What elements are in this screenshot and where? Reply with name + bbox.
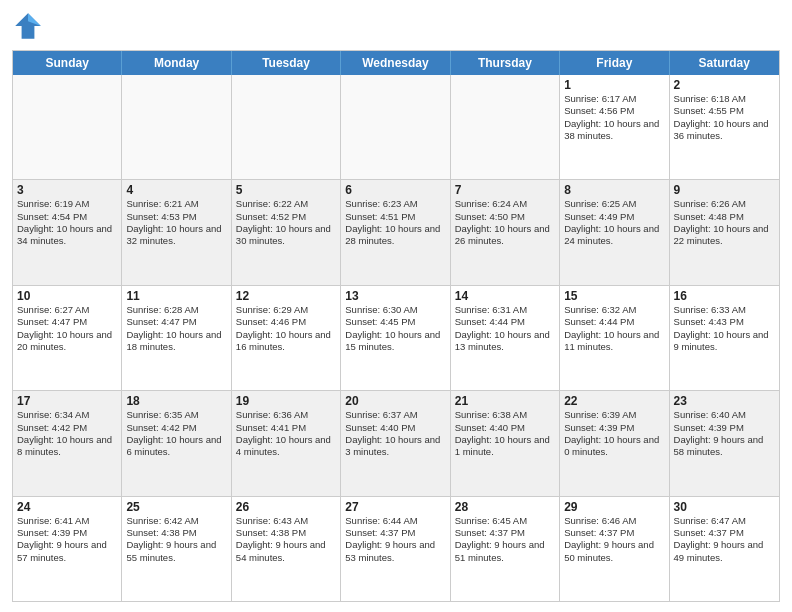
table-row: [13, 75, 122, 179]
week-row-1: 1Sunrise: 6:17 AM Sunset: 4:56 PM Daylig…: [13, 75, 779, 179]
table-row: 30Sunrise: 6:47 AM Sunset: 4:37 PM Dayli…: [670, 497, 779, 601]
day-info: Sunrise: 6:17 AM Sunset: 4:56 PM Dayligh…: [564, 93, 664, 142]
day-number: 28: [455, 500, 555, 514]
day-number: 19: [236, 394, 336, 408]
logo: [12, 10, 48, 42]
table-row: 11Sunrise: 6:28 AM Sunset: 4:47 PM Dayli…: [122, 286, 231, 390]
table-row: 14Sunrise: 6:31 AM Sunset: 4:44 PM Dayli…: [451, 286, 560, 390]
header-day-sunday: Sunday: [13, 51, 122, 75]
day-number: 13: [345, 289, 445, 303]
day-info: Sunrise: 6:40 AM Sunset: 4:39 PM Dayligh…: [674, 409, 775, 458]
day-info: Sunrise: 6:24 AM Sunset: 4:50 PM Dayligh…: [455, 198, 555, 247]
day-info: Sunrise: 6:46 AM Sunset: 4:37 PM Dayligh…: [564, 515, 664, 564]
table-row: 3Sunrise: 6:19 AM Sunset: 4:54 PM Daylig…: [13, 180, 122, 284]
day-number: 26: [236, 500, 336, 514]
table-row: 28Sunrise: 6:45 AM Sunset: 4:37 PM Dayli…: [451, 497, 560, 601]
header: [12, 10, 780, 42]
day-number: 2: [674, 78, 775, 92]
day-info: Sunrise: 6:42 AM Sunset: 4:38 PM Dayligh…: [126, 515, 226, 564]
logo-icon: [12, 10, 44, 42]
table-row: 12Sunrise: 6:29 AM Sunset: 4:46 PM Dayli…: [232, 286, 341, 390]
table-row: [232, 75, 341, 179]
table-row: 25Sunrise: 6:42 AM Sunset: 4:38 PM Dayli…: [122, 497, 231, 601]
day-info: Sunrise: 6:26 AM Sunset: 4:48 PM Dayligh…: [674, 198, 775, 247]
day-info: Sunrise: 6:38 AM Sunset: 4:40 PM Dayligh…: [455, 409, 555, 458]
day-number: 6: [345, 183, 445, 197]
day-info: Sunrise: 6:33 AM Sunset: 4:43 PM Dayligh…: [674, 304, 775, 353]
day-info: Sunrise: 6:45 AM Sunset: 4:37 PM Dayligh…: [455, 515, 555, 564]
table-row: 13Sunrise: 6:30 AM Sunset: 4:45 PM Dayli…: [341, 286, 450, 390]
day-info: Sunrise: 6:47 AM Sunset: 4:37 PM Dayligh…: [674, 515, 775, 564]
day-info: Sunrise: 6:37 AM Sunset: 4:40 PM Dayligh…: [345, 409, 445, 458]
table-row: [122, 75, 231, 179]
day-number: 16: [674, 289, 775, 303]
header-day-monday: Monday: [122, 51, 231, 75]
week-row-4: 17Sunrise: 6:34 AM Sunset: 4:42 PM Dayli…: [13, 390, 779, 495]
table-row: 24Sunrise: 6:41 AM Sunset: 4:39 PM Dayli…: [13, 497, 122, 601]
day-info: Sunrise: 6:22 AM Sunset: 4:52 PM Dayligh…: [236, 198, 336, 247]
day-number: 12: [236, 289, 336, 303]
day-info: Sunrise: 6:27 AM Sunset: 4:47 PM Dayligh…: [17, 304, 117, 353]
day-info: Sunrise: 6:43 AM Sunset: 4:38 PM Dayligh…: [236, 515, 336, 564]
header-day-friday: Friday: [560, 51, 669, 75]
day-number: 22: [564, 394, 664, 408]
header-day-thursday: Thursday: [451, 51, 560, 75]
table-row: 29Sunrise: 6:46 AM Sunset: 4:37 PM Dayli…: [560, 497, 669, 601]
week-row-2: 3Sunrise: 6:19 AM Sunset: 4:54 PM Daylig…: [13, 179, 779, 284]
day-number: 14: [455, 289, 555, 303]
table-row: 9Sunrise: 6:26 AM Sunset: 4:48 PM Daylig…: [670, 180, 779, 284]
week-row-5: 24Sunrise: 6:41 AM Sunset: 4:39 PM Dayli…: [13, 496, 779, 601]
table-row: 27Sunrise: 6:44 AM Sunset: 4:37 PM Dayli…: [341, 497, 450, 601]
table-row: 17Sunrise: 6:34 AM Sunset: 4:42 PM Dayli…: [13, 391, 122, 495]
day-number: 29: [564, 500, 664, 514]
day-number: 9: [674, 183, 775, 197]
calendar: SundayMondayTuesdayWednesdayThursdayFrid…: [12, 50, 780, 602]
day-number: 18: [126, 394, 226, 408]
table-row: 6Sunrise: 6:23 AM Sunset: 4:51 PM Daylig…: [341, 180, 450, 284]
header-day-saturday: Saturday: [670, 51, 779, 75]
day-number: 1: [564, 78, 664, 92]
day-info: Sunrise: 6:30 AM Sunset: 4:45 PM Dayligh…: [345, 304, 445, 353]
day-info: Sunrise: 6:34 AM Sunset: 4:42 PM Dayligh…: [17, 409, 117, 458]
table-row: 18Sunrise: 6:35 AM Sunset: 4:42 PM Dayli…: [122, 391, 231, 495]
table-row: 22Sunrise: 6:39 AM Sunset: 4:39 PM Dayli…: [560, 391, 669, 495]
day-number: 17: [17, 394, 117, 408]
day-info: Sunrise: 6:31 AM Sunset: 4:44 PM Dayligh…: [455, 304, 555, 353]
header-day-tuesday: Tuesday: [232, 51, 341, 75]
day-info: Sunrise: 6:32 AM Sunset: 4:44 PM Dayligh…: [564, 304, 664, 353]
table-row: 15Sunrise: 6:32 AM Sunset: 4:44 PM Dayli…: [560, 286, 669, 390]
day-info: Sunrise: 6:25 AM Sunset: 4:49 PM Dayligh…: [564, 198, 664, 247]
day-info: Sunrise: 6:18 AM Sunset: 4:55 PM Dayligh…: [674, 93, 775, 142]
table-row: 10Sunrise: 6:27 AM Sunset: 4:47 PM Dayli…: [13, 286, 122, 390]
day-number: 27: [345, 500, 445, 514]
table-row: 21Sunrise: 6:38 AM Sunset: 4:40 PM Dayli…: [451, 391, 560, 495]
day-info: Sunrise: 6:39 AM Sunset: 4:39 PM Dayligh…: [564, 409, 664, 458]
calendar-body: 1Sunrise: 6:17 AM Sunset: 4:56 PM Daylig…: [13, 75, 779, 601]
day-info: Sunrise: 6:21 AM Sunset: 4:53 PM Dayligh…: [126, 198, 226, 247]
table-row: 20Sunrise: 6:37 AM Sunset: 4:40 PM Dayli…: [341, 391, 450, 495]
table-row: 5Sunrise: 6:22 AM Sunset: 4:52 PM Daylig…: [232, 180, 341, 284]
day-number: 23: [674, 394, 775, 408]
day-info: Sunrise: 6:23 AM Sunset: 4:51 PM Dayligh…: [345, 198, 445, 247]
header-day-wednesday: Wednesday: [341, 51, 450, 75]
day-number: 3: [17, 183, 117, 197]
day-number: 24: [17, 500, 117, 514]
day-info: Sunrise: 6:19 AM Sunset: 4:54 PM Dayligh…: [17, 198, 117, 247]
day-number: 11: [126, 289, 226, 303]
day-number: 15: [564, 289, 664, 303]
page: SundayMondayTuesdayWednesdayThursdayFrid…: [0, 0, 792, 612]
day-info: Sunrise: 6:35 AM Sunset: 4:42 PM Dayligh…: [126, 409, 226, 458]
week-row-3: 10Sunrise: 6:27 AM Sunset: 4:47 PM Dayli…: [13, 285, 779, 390]
table-row: [451, 75, 560, 179]
day-number: 7: [455, 183, 555, 197]
day-number: 25: [126, 500, 226, 514]
table-row: 1Sunrise: 6:17 AM Sunset: 4:56 PM Daylig…: [560, 75, 669, 179]
table-row: 19Sunrise: 6:36 AM Sunset: 4:41 PM Dayli…: [232, 391, 341, 495]
table-row: 7Sunrise: 6:24 AM Sunset: 4:50 PM Daylig…: [451, 180, 560, 284]
day-info: Sunrise: 6:41 AM Sunset: 4:39 PM Dayligh…: [17, 515, 117, 564]
table-row: [341, 75, 450, 179]
day-info: Sunrise: 6:29 AM Sunset: 4:46 PM Dayligh…: [236, 304, 336, 353]
day-number: 8: [564, 183, 664, 197]
table-row: 23Sunrise: 6:40 AM Sunset: 4:39 PM Dayli…: [670, 391, 779, 495]
day-number: 21: [455, 394, 555, 408]
